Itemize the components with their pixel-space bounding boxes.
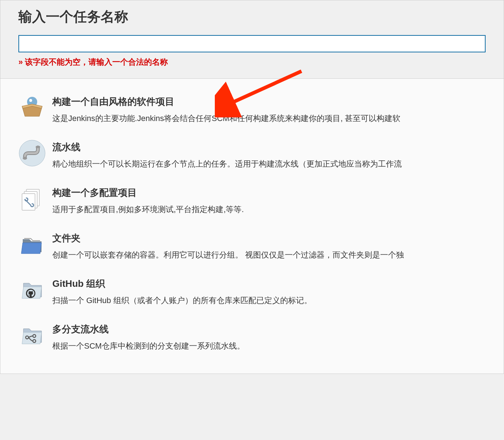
documents-wrench-icon (18, 185, 46, 212)
option-desc: 精心地组织一个可以长期运行在多个节点上的任务。适用于构建流水线（更加正式地应当称… (52, 158, 504, 170)
option-multiconfig-project[interactable]: 构建一个多配置项目 适用于多配置项目,例如多环境测试,平台指定构建,等等. (18, 181, 504, 226)
package-icon (18, 94, 46, 121)
validation-error: » 该字段不能为空，请输入一个合法的名称 (18, 57, 486, 68)
option-desc: 适用于多配置项目,例如多环境测试,平台指定构建,等等. (52, 203, 504, 215)
item-type-list: 构建一个自由风格的软件项目 这是Jenkins的主要功能.Jenkins将会结合… (0, 79, 504, 374)
option-desc: 根据一个SCM仓库中检测到的分支创建一系列流水线。 (52, 340, 504, 352)
option-title: GitHub 组织 (52, 277, 504, 290)
option-multibranch-pipeline[interactable]: 多分支流水线 根据一个SCM仓库中检测到的分支创建一系列流水线。 (18, 317, 504, 363)
option-pipeline[interactable]: 流水线 精心地组织一个可以长期运行在多个节点上的任务。适用于构建流水线（更加正式… (18, 135, 504, 181)
option-title: 流水线 (52, 141, 504, 154)
folder-icon (18, 230, 46, 258)
option-freestyle-project[interactable]: 构建一个自由风格的软件项目 这是Jenkins的主要功能.Jenkins将会结合… (18, 90, 504, 135)
item-name-input[interactable] (18, 35, 486, 52)
option-github-org[interactable]: GitHub 组织 扫描一个 GitHub 组织（或者个人账户）的所有仓库来匹配… (18, 272, 504, 317)
pipe-icon (18, 139, 46, 167)
option-desc: 这是Jenkins的主要功能.Jenkins将会结合任何SCM和任何构建系统来构… (52, 112, 504, 124)
svg-point-5 (23, 157, 27, 160)
option-title: 文件夹 (52, 232, 504, 245)
option-title: 构建一个多配置项目 (52, 186, 504, 199)
option-title: 多分支流水线 (52, 323, 504, 336)
github-folder-icon (18, 276, 46, 303)
svg-rect-8 (22, 194, 35, 210)
branch-folder-icon (18, 322, 46, 349)
option-desc: 创建一个可以嵌套存储的容器。利用它可以进行分组。 视图仅仅是一个过滤器，而文件夹… (52, 249, 504, 261)
svg-point-1 (29, 99, 32, 102)
option-desc: 扫描一个 GitHub 组织（或者个人账户）的所有仓库来匹配已定义的标记。 (52, 294, 504, 306)
page-title: 输入一个任务名称 (18, 8, 486, 26)
option-title: 构建一个自由风格的软件项目 (52, 95, 504, 108)
input-section: 输入一个任务名称 » 该字段不能为空，请输入一个合法的名称 (0, 0, 504, 79)
option-folder[interactable]: 文件夹 创建一个可以嵌套存储的容器。利用它可以进行分组。 视图仅仅是一个过滤器，… (18, 226, 504, 272)
svg-rect-4 (36, 146, 40, 148)
